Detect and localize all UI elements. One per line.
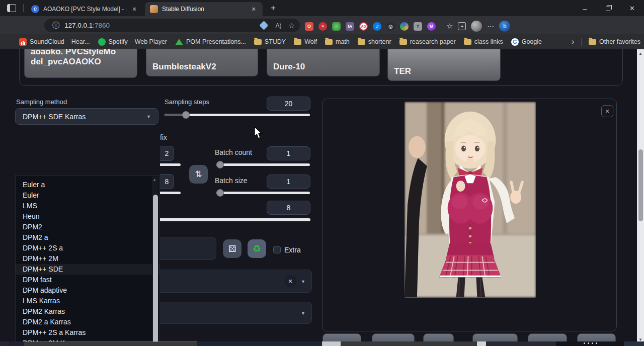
slider-handle[interactable] (216, 161, 224, 168)
extension-icon[interactable]: O (305, 22, 313, 31)
bookmark-study[interactable]: STUDY (250, 38, 290, 45)
folder-icon (464, 39, 471, 45)
tab-civitai[interactable]: C AOAOKO [PVC Style Model] - PV ✕ (26, 2, 143, 16)
dropdown-option[interactable]: DPM++ 2M (16, 253, 159, 264)
model-card-hovered[interactable]: TER (387, 49, 501, 81)
dropdown-option[interactable]: DPM adaptive (16, 285, 159, 296)
width-slider-clipped[interactable] (160, 163, 181, 166)
tab-actions-menu-icon[interactable] (7, 4, 16, 12)
collections-icon[interactable]: + (458, 22, 466, 30)
dropdown-scrollbar[interactable]: ▲ ▼ (152, 177, 158, 346)
background-window-strip (341, 341, 477, 346)
extension-icon[interactable]: M (427, 22, 436, 31)
scroll-up-icon[interactable]: ▲ (638, 51, 642, 56)
batch-size-input[interactable]: 1 (267, 175, 310, 189)
folder-icon (294, 39, 301, 45)
chevron-down-icon: ▼ (301, 279, 305, 284)
window-minimize-button[interactable]: – (573, 0, 597, 16)
extension-icon[interactable] (332, 22, 341, 31)
spotify-icon (98, 38, 106, 46)
bookmark-spotify[interactable]: Spotify – Web Player (94, 38, 172, 46)
dropdown-option[interactable]: Heun (16, 211, 159, 222)
bookmark-math[interactable]: math (321, 38, 354, 45)
bing-chat-icon[interactable]: b (499, 21, 510, 32)
reuse-seed-button[interactable]: ♻ (248, 239, 266, 258)
bookmark-google[interactable]: G Google (507, 38, 546, 46)
width-input-clipped[interactable]: 2 (160, 146, 174, 161)
dropdown-option[interactable]: Euler (16, 190, 159, 201)
window-restore-button[interactable] (597, 0, 620, 16)
random-seed-button[interactable]: ⚄ (223, 239, 242, 258)
height-slider-clipped[interactable] (160, 192, 181, 194)
clear-styles-icon[interactable]: ✕ (284, 275, 296, 287)
extension-icon[interactable]: ♫ (373, 22, 381, 31)
bookmarks-overflow-chevron[interactable]: › (568, 37, 578, 46)
sampling-steps-input[interactable]: 20 (267, 97, 310, 111)
close-gallery-button[interactable]: ✕ (601, 105, 613, 117)
dropdown-option[interactable]: DPM2 a (16, 232, 159, 243)
dropdown-option[interactable]: DPM++ 2S a Karras (16, 327, 159, 338)
model-card-title: Dure-10 (273, 62, 305, 72)
dropdown-option[interactable]: DPM2 a Karras (16, 317, 159, 327)
extension-icon[interactable]: ◎ (386, 22, 395, 31)
shopping-tag-icon[interactable] (260, 21, 269, 30)
dropdown-option[interactable]: DPM++ 2S a (16, 243, 159, 253)
bookmark-soundcloud[interactable]: SoundCloud – Hear... (15, 38, 94, 46)
window-close-button[interactable]: ✕ (620, 0, 644, 16)
dropdown-scrollbar-thumb[interactable] (153, 195, 158, 346)
scroll-up-icon[interactable]: ▲ (152, 178, 156, 182)
read-aloud-icon[interactable]: A) (275, 22, 281, 29)
extension-icon[interactable]: AD (359, 22, 368, 31)
model-card[interactable]: BumblesteakV2 (146, 49, 258, 76)
extension-icon[interactable]: » (318, 22, 327, 31)
swap-dimensions-button[interactable]: ⇅ (189, 165, 208, 184)
extension-icon[interactable]: Y (414, 22, 422, 31)
batch-count-input[interactable]: 1 (267, 146, 310, 160)
address-bar[interactable]: ⓘ 127.0.0.1:7860 A) ☆ (44, 19, 300, 32)
batch-count-slider[interactable] (216, 163, 310, 166)
civitai-favicon: C (31, 5, 39, 13)
dropdown-option[interactable]: DPM2 (16, 222, 159, 232)
slider-handle[interactable] (182, 111, 190, 119)
new-tab-button[interactable]: + (268, 3, 278, 13)
bookmark-label: math (336, 38, 350, 45)
favorites-bar-icon[interactable]: ☆ (446, 22, 453, 31)
tab-stable-diffusion[interactable]: Stable Diffusion ✕ (145, 2, 263, 16)
extension-icon[interactable]: IA (346, 22, 354, 31)
bookmark-label: POM Presentations... (186, 38, 246, 45)
dropdown-option[interactable]: DPM2 Karras (16, 306, 159, 317)
folder-icon (358, 39, 365, 45)
tab-close-icon[interactable]: ✕ (250, 5, 258, 13)
height-input-clipped[interactable]: 8 (160, 174, 174, 189)
generated-image[interactable] (405, 102, 536, 298)
bookmark-pom[interactable]: POM Presentations... (171, 38, 250, 45)
dropdown-option-hovered[interactable]: DPM++ SDE (16, 264, 159, 275)
slider-handle[interactable] (216, 189, 224, 197)
extra-checkbox[interactable] (273, 246, 281, 253)
sampling-steps-slider[interactable] (165, 114, 310, 116)
extension-icon[interactable] (400, 22, 409, 31)
other-favorites[interactable]: Other favorites (585, 38, 644, 45)
bookmark-label: Wolf (304, 38, 317, 45)
profile-avatar[interactable] (471, 21, 482, 32)
dropdown-option[interactable]: Euler a (16, 180, 159, 190)
batch-size-slider[interactable] (216, 192, 310, 194)
favorite-add-icon[interactable]: ☆ (288, 22, 295, 30)
bookmark-shortenr[interactable]: shortenr (354, 38, 395, 45)
model-card[interactable]: aoaoko. PVCStyleMo del_pvcAOAOKO (24, 49, 137, 78)
more-menu-icon[interactable]: ⋯ (487, 22, 494, 30)
site-info-icon[interactable]: ⓘ (52, 21, 59, 30)
bookmark-wolf[interactable]: Wolf (290, 38, 321, 45)
cfg-scale-input[interactable]: 8 (267, 201, 310, 215)
model-card[interactable]: Dure-10 (267, 49, 380, 76)
bookmark-research[interactable]: reasearch paper (395, 38, 460, 45)
bookmark-classlinks[interactable]: class links (460, 38, 507, 45)
dropdown-option[interactable]: LMS Karras (16, 296, 159, 306)
folder-icon (325, 39, 333, 45)
browser-scrollbar[interactable]: ▲ ▼ (637, 49, 644, 346)
sampling-method-select[interactable]: DPM++ SDE Karras ▼ (15, 108, 158, 125)
browser-scrollbar-thumb[interactable] (638, 149, 643, 221)
tab-close-icon[interactable]: ✕ (130, 5, 138, 13)
dropdown-option[interactable]: LMS (16, 201, 159, 211)
dropdown-option[interactable]: DPM fast (16, 275, 159, 285)
